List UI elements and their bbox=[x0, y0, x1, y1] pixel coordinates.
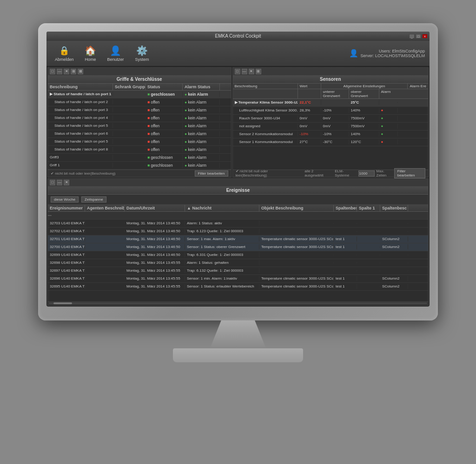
row-col3: SColumn2 bbox=[380, 276, 408, 281]
row-obj: Temperature climatic sensor 3000-U2S SCo… bbox=[259, 236, 334, 242]
table-row[interactable]: 32699 U140 EMKA TZ Montag, 31. März 2014… bbox=[48, 251, 428, 259]
abmelden-button[interactable]: 🔒 Abmelden bbox=[51, 43, 78, 64]
table-row[interactable]: 32703 U140 EMKA TZ Montag, 31. März 2014… bbox=[48, 220, 428, 228]
row-datetime: Montag, 31. März 2014 13:46:50 bbox=[125, 252, 185, 257]
row-agent bbox=[85, 255, 125, 255]
filter-span-btn[interactable]: Zeitspanne bbox=[81, 196, 106, 203]
row-alarm: ● kein Alarm bbox=[183, 115, 220, 121]
row-agent bbox=[85, 247, 125, 248]
row-desc: Status of handle / latch on port 3 bbox=[48, 107, 113, 112]
griffe-panel: □ — ✕ ⊞ ⊠ Griffe & Verschlüsse Beschreib… bbox=[47, 67, 231, 177]
table-row[interactable]: 32697 U140 EMKA TZ Montag, 31. März 2014… bbox=[48, 267, 428, 275]
ereignisse-toolbar: □ — ✕ bbox=[48, 179, 428, 186]
s-row-lower: -10% bbox=[321, 108, 349, 113]
table-row[interactable]: Status of handle / latch on port 3 ■ off… bbox=[48, 106, 231, 114]
ereignisse-table-header: Ereignisnummer Agenten Beschreibung Datu… bbox=[48, 205, 428, 212]
row-msg: Trap: 6.132 Quelle: 1: Ziel 000003 bbox=[185, 268, 259, 273]
top-panels: □ — ✕ ⊞ ⊠ Griffe & Verschlüsse Beschreib… bbox=[46, 66, 430, 178]
table-row[interactable]: ▶ Temperatur Klima Sensor 3000-U2S 22,1°… bbox=[233, 99, 428, 107]
griffe-table-body: ▶ Status of handle / latch on port 1 ■ g… bbox=[48, 91, 231, 170]
row-status: ■ geschlossen bbox=[145, 91, 183, 97]
row-datetime: Montag, 31. März 2014 13:46:50 bbox=[125, 229, 185, 234]
table-row[interactable]: Status of handle / latch on port 5 ■ off… bbox=[48, 122, 231, 130]
s-panel-tool-4[interactable]: ⊞ bbox=[256, 69, 261, 74]
s-panel-tool-2[interactable]: — bbox=[242, 69, 247, 74]
close-btn[interactable]: ✕ bbox=[422, 34, 428, 39]
col-agent-header: Agenten Beschreibung bbox=[85, 205, 125, 211]
table-row[interactable]: Status of handle / latch on port 5 ■ off… bbox=[48, 138, 231, 146]
table-row[interactable]: Sensor 1 Kommunikationsmodul 27°C -30°C … bbox=[233, 138, 428, 146]
s-panel-tool-3[interactable]: ✕ bbox=[249, 69, 254, 74]
s-row-lower: 0mV bbox=[321, 124, 349, 129]
ereignisse-panel: □ — ✕ Ereignisse diese Woche Zeitspanne bbox=[47, 178, 429, 306]
benutzer-button[interactable]: 👤 Benutzer bbox=[104, 43, 128, 64]
table-row[interactable]: Sensor 2 Kommunikationsmodul -10% -10% 1… bbox=[233, 131, 428, 138]
table-row[interactable]: not assigned 0mV 0mV 7500mV ● bbox=[233, 123, 428, 131]
table-row[interactable]: Luftfeuchtigkeit Klima Sensor 3000... 28… bbox=[233, 107, 428, 115]
horizontal-scrollbar[interactable] bbox=[48, 301, 428, 305]
sensoren-panel: □ — ✕ ⊞ Sensoren Beschrei bbox=[232, 67, 429, 177]
sensoren-footer-checkbox[interactable]: ✔ nicht bit null oder leer(Beschreibung) bbox=[236, 169, 296, 177]
table-row[interactable]: 32695 U140 EMKA TZ Montag, 31. März 2014… bbox=[48, 283, 428, 291]
minimize-btn[interactable]: _ bbox=[409, 34, 415, 39]
row-col3 bbox=[380, 270, 408, 271]
sensoren-filter-btn[interactable]: Filter bearbeiten bbox=[394, 168, 425, 178]
table-row[interactable]: 32698 U140 EMKA TZ Montag, 31. März 2014… bbox=[48, 259, 428, 267]
row-col1 bbox=[334, 223, 357, 224]
s-row-desc: Sensor 2 Kommunikationsmodul bbox=[233, 131, 298, 137]
home-button[interactable]: 🏠 Home bbox=[81, 43, 100, 64]
panel-tool-4[interactable]: ⊞ bbox=[71, 69, 76, 74]
griffe-panel-title: Griffe & Verschlüsse bbox=[48, 75, 231, 84]
row-agent bbox=[85, 262, 125, 263]
monitor-stand-neck bbox=[210, 320, 266, 348]
elm-input[interactable] bbox=[358, 170, 375, 176]
row-evnum: 32701 U140 EMKA TZ bbox=[48, 236, 85, 242]
row-obj: Temperature climatic sensor 3000-U2S SCo… bbox=[259, 284, 334, 289]
row-group bbox=[113, 94, 145, 95]
griffe-filter-btn[interactable]: Filter bearbeiten bbox=[195, 170, 228, 176]
row-desc: Griff3 bbox=[48, 155, 113, 160]
table-row[interactable]: ▶ Status of handle / latch on port 1 ■ g… bbox=[48, 91, 231, 98]
row-status: ■ geschlossen bbox=[145, 155, 183, 160]
table-row[interactable]: Status of handle / latch on port 4 ■ off… bbox=[48, 114, 231, 122]
table-row[interactable] bbox=[48, 212, 428, 220]
panel-tool-3[interactable]: ✕ bbox=[64, 69, 69, 74]
system-button[interactable]: ⚙️ System bbox=[132, 43, 153, 64]
scrollbar-thumb[interactable] bbox=[53, 302, 72, 304]
e-tool-1[interactable]: □ bbox=[50, 180, 55, 185]
table-row[interactable]: Griff 1 ■ geschlossen ● kein Alarm bbox=[48, 162, 231, 170]
col-alarm-header: Alarm bbox=[379, 89, 398, 98]
row-datetime: Montag, 31. März 2014 13:45:55 bbox=[125, 276, 185, 281]
e-tool-3[interactable]: ✕ bbox=[64, 180, 69, 185]
table-row[interactable]: 32700 U140 EMKA TZ Montag, 31. März 2014… bbox=[48, 243, 428, 251]
row-col1: test 1 bbox=[334, 284, 357, 289]
row-col1 bbox=[334, 262, 357, 263]
table-row[interactable]: Griff3 ■ geschlossen ● kein Alarm bbox=[48, 154, 231, 162]
table-row[interactable]: Rauch Sensor 3000-U34 0mV 0mV 7500mV ● bbox=[233, 115, 428, 123]
row-desc: Status of handle / latch on port 5 bbox=[48, 139, 113, 144]
e-tool-2[interactable]: — bbox=[57, 180, 62, 185]
filter-week-btn[interactable]: diese Woche bbox=[51, 196, 79, 203]
row-evnum: 32699 U140 EMKA TZ bbox=[48, 252, 85, 257]
panel-tool-1[interactable]: □ bbox=[50, 69, 55, 74]
table-row[interactable]: Status of handle / latch on port 8 ■ off… bbox=[48, 146, 231, 154]
row-evnum: 32697 U140 EMKA TZ bbox=[48, 268, 85, 273]
griffe-footer-checkbox[interactable]: ✔ nicht bit null oder leer(Beschreibung) bbox=[51, 171, 116, 176]
row-status: ■ offen bbox=[145, 139, 183, 144]
row-obj bbox=[259, 270, 334, 271]
app-container: EMKA Control Cockpit _ □ ✕ 🔒 Abmelden 🏠 bbox=[46, 32, 430, 307]
panel-tool-5[interactable]: ⊠ bbox=[78, 69, 83, 74]
table-row[interactable]: 32696 U140 EMKA TZ Montag, 31. März 2014… bbox=[48, 275, 428, 283]
table-row[interactable]: Status of handle / latch on port 2 ■ off… bbox=[48, 98, 231, 106]
s-panel-tool-1[interactable]: □ bbox=[235, 69, 240, 74]
row-col2 bbox=[357, 278, 380, 279]
app-title: EMKA Control Cockpit bbox=[215, 33, 261, 39]
benutzer-icon: 👤 bbox=[110, 45, 121, 56]
table-row[interactable]: 32702 U140 EMKA TZ Montag, 31. März 2014… bbox=[48, 228, 428, 235]
table-row[interactable]: 32701 U140 EMKA TZ Montag, 31. März 2014… bbox=[48, 235, 428, 243]
table-row[interactable]: Status of handle / latch on port 6 ■ off… bbox=[48, 130, 231, 138]
panel-tool-2[interactable]: — bbox=[57, 69, 62, 74]
maximize-btn[interactable]: □ bbox=[416, 34, 421, 39]
main-content: □ — ✕ ⊞ ⊠ Griffe & Verschlüsse Beschreib… bbox=[46, 66, 430, 307]
title-bar-controls: _ □ ✕ bbox=[409, 34, 428, 39]
